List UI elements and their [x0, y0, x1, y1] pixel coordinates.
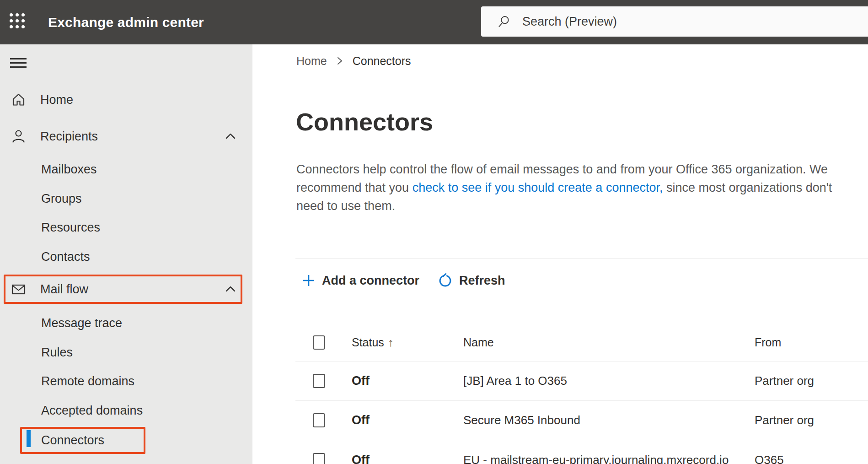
command-bar: Add a connector Refresh [296, 268, 505, 293]
description-text: recommend that you [296, 181, 413, 194]
create-connector-check-link[interactable]: check to see if you should create a conn… [413, 181, 663, 194]
search-input[interactable] [522, 15, 868, 29]
global-search[interactable] [481, 6, 868, 37]
cell-status: Off [352, 413, 463, 427]
sidebar-item-mail-flow[interactable]: Mail flow [0, 275, 252, 304]
row-checkbox[interactable] [313, 413, 325, 427]
chevron-up-icon[interactable] [224, 130, 237, 143]
cell-from: Partner org [755, 374, 868, 388]
sidebar-item-message-trace[interactable]: Message trace [0, 308, 252, 338]
table-row[interactable]: Off Secure M365 Inbound Partner org [295, 401, 868, 440]
cell-status: Off [352, 453, 463, 464]
column-header-name[interactable]: Name [463, 336, 755, 349]
breadcrumb-current: Connectors [353, 54, 411, 68]
cell-name: EU - mailstream-eu-primary.journaling.mx… [463, 453, 755, 464]
column-header-status[interactable]: Status↑ [352, 336, 463, 349]
row-checkbox[interactable] [313, 374, 325, 388]
sidebar-item-recipients[interactable]: Recipients [0, 122, 252, 151]
sidebar-item-label: Connectors [41, 433, 104, 448]
sidebar-item-label: Recipients [40, 129, 98, 144]
sidebar-item-label: Mail flow [40, 282, 88, 297]
table-header-row: Status↑ Name From [295, 324, 868, 361]
sidebar-item-label: Mailboxes [41, 162, 97, 177]
home-icon [11, 92, 26, 108]
plus-icon [302, 274, 316, 287]
person-icon [11, 129, 26, 144]
sort-ascending-icon: ↑ [388, 336, 394, 349]
description-text: need to use them. [296, 199, 395, 213]
sidebar-item-label: Remote domains [41, 374, 134, 388]
sidebar-item-label: Rules [41, 345, 73, 360]
sidebar-item-resources[interactable]: Resources [0, 213, 252, 242]
sidebar-item-accepted-domains[interactable]: Accepted domains [0, 396, 252, 425]
add-connector-label: Add a connector [322, 274, 419, 288]
cell-from: Partner org [755, 413, 868, 427]
description-text: since most organizations don't [663, 181, 832, 194]
chevron-up-icon[interactable] [224, 283, 237, 296]
mail-icon [11, 282, 26, 297]
refresh-button[interactable]: Refresh [438, 273, 505, 288]
connectors-table: Status↑ Name From Off [JB] Area 1 to O36… [252, 324, 868, 464]
toolbar-divider [295, 259, 868, 259]
app-launcher-icon[interactable] [10, 13, 28, 32]
search-icon [498, 15, 511, 28]
sidebar-item-label: Contacts [41, 250, 90, 264]
sidebar-item-rules[interactable]: Rules [0, 338, 252, 367]
top-app-bar: Exchange admin center [0, 0, 868, 44]
sidebar-item-label: Message trace [41, 316, 122, 330]
column-header-from[interactable]: From [755, 336, 868, 349]
breadcrumb: Home Connectors [296, 54, 411, 68]
table-row[interactable]: Off [JB] Area 1 to O365 Partner org [295, 361, 868, 401]
page-title: Connectors [296, 108, 433, 135]
app-title: Exchange admin center [48, 15, 204, 30]
cell-name: [JB] Area 1 to O365 [463, 374, 755, 388]
sidebar-item-contacts[interactable]: Contacts [0, 242, 252, 271]
cell-status: Off [352, 374, 463, 388]
sidebar-item-mailboxes[interactable]: Mailboxes [0, 155, 252, 184]
menu-toggle-icon[interactable] [10, 58, 27, 68]
row-checkbox[interactable] [313, 453, 325, 464]
page-description: Connectors help control the flow of emai… [296, 160, 857, 215]
sidebar-item-label: Home [40, 93, 73, 107]
breadcrumb-home-link[interactable]: Home [296, 54, 327, 68]
refresh-label: Refresh [459, 274, 505, 288]
cell-from: O365 [755, 453, 868, 464]
sidebar-item-groups[interactable]: Groups [0, 184, 252, 213]
sidebar-item-label: Resources [41, 221, 100, 235]
add-connector-button[interactable]: Add a connector [302, 274, 419, 288]
description-text: Connectors help control the flow of emai… [296, 162, 828, 176]
cell-name: Secure M365 Inbound [463, 413, 755, 427]
selected-item-indicator [27, 430, 31, 447]
table-row[interactable]: Off EU - mailstream-eu-primary.journalin… [295, 440, 868, 464]
refresh-icon [438, 273, 453, 288]
sidebar-item-connectors[interactable]: Connectors [0, 426, 252, 455]
left-navigation: Home Recipients Mailboxes Groups Resourc… [0, 44, 252, 464]
main-content: Home Connectors Connectors Connectors he… [252, 44, 868, 464]
sidebar-item-home[interactable]: Home [0, 85, 252, 114]
sidebar-item-label: Groups [41, 192, 82, 206]
select-all-checkbox[interactable] [313, 335, 325, 350]
sidebar-item-remote-domains[interactable]: Remote domains [0, 367, 252, 396]
sidebar-item-label: Accepted domains [41, 404, 143, 418]
chevron-right-icon [336, 55, 343, 66]
